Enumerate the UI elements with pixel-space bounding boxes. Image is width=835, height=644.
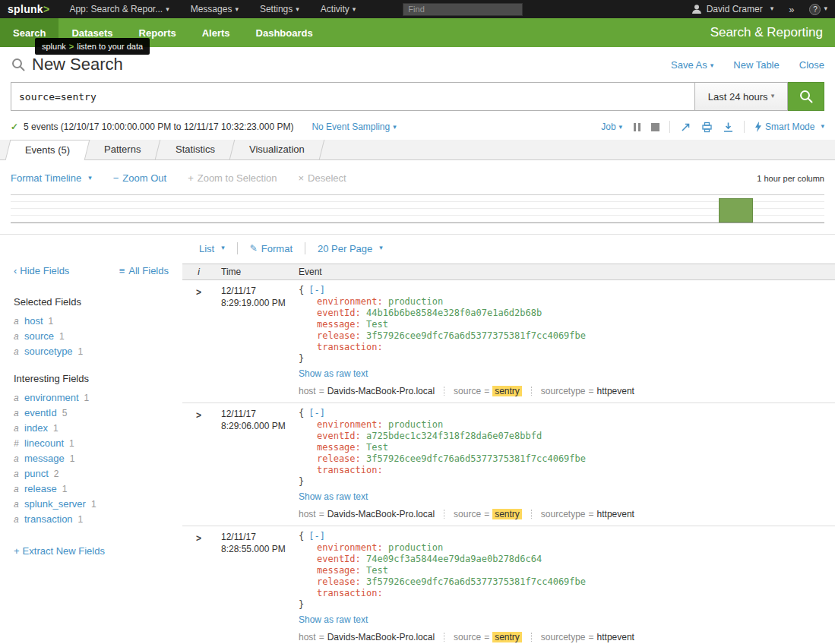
collapse-json-toggle[interactable]: [-] [308,408,325,418]
show-raw-text-link[interactable]: Show as raw text [299,614,368,625]
field-link[interactable]: splunk_server [24,497,86,512]
per-page-dropdown[interactable]: 20 Per Page▾ [305,243,395,254]
json-value-release[interactable]: 3f57926cee9dfc76a6d5377375381f7cc4069fbe [366,453,586,464]
chevron-double-icon[interactable]: » [789,4,794,15]
field-count: 1 [49,314,54,329]
print-button[interactable] [701,122,713,133]
field-count: 5 [62,406,68,421]
field-link[interactable]: host [24,314,43,329]
timeline-bar[interactable] [719,198,753,223]
divider [531,633,532,642]
json-value-message[interactable]: Test [366,319,388,330]
meta-sourcetype-value[interactable]: httpevent [597,509,634,519]
meta-host-value[interactable]: Davids-MacBook-Pro.local [327,632,435,642]
collapse-json-toggle[interactable]: [-] [308,285,325,295]
events-table: i Time Event > 12/11/17 8:29:19.000 PM [182,264,835,644]
nav-item[interactable]: Dashboards [243,18,326,47]
field-link[interactable]: punct [24,466,49,481]
hide-fields-button[interactable]: ‹Hide Fields [14,265,69,276]
save-as-dropdown[interactable]: Save As▾ [671,59,713,71]
field-link[interactable]: sourcetype [24,344,73,359]
json-value-environment[interactable]: production [388,419,443,430]
stop-button[interactable] [651,123,659,131]
field-count: 1 [62,481,68,497]
tab[interactable]: Patterns [85,140,161,159]
pause-button[interactable] [632,123,641,131]
json-value-release[interactable]: 3f57926cee9dfc76a6d5377375381f7cc4069fbe [366,330,586,341]
field-item: a index 1 [14,421,169,436]
json-value-release[interactable]: 3f57926cee9dfc76a6d5377375381f7cc4069fbe [366,576,586,587]
user-icon [691,4,702,14]
json-value-message[interactable]: Test [366,442,388,453]
json-value-eventid[interactable]: a725bdec1c324f318f28da6e07e8bbfd [366,431,542,441]
meta-host-value[interactable]: Davids-MacBook-Pro.local [327,509,435,519]
field-link[interactable]: transaction [24,512,73,527]
new-table-button[interactable]: New Table [733,59,779,71]
json-value-message[interactable]: Test [366,565,388,576]
fields-sidebar: ‹Hide Fields ≡All Fields Selected Fields… [0,264,182,644]
check-icon: ✓ [11,122,18,132]
meta-host-label: host [299,386,316,396]
settings-menu[interactable]: Settings▾ [260,4,299,14]
share-button[interactable] [680,122,691,133]
splunk-logo[interactable]: splunk> [8,3,49,15]
meta-source-value[interactable]: sentry [492,386,522,396]
meta-source-value[interactable]: sentry [492,632,522,642]
field-link[interactable]: environment [24,390,79,406]
field-link[interactable]: release [24,481,57,497]
event-date: 12/11/17 [221,408,293,420]
chevron-down-icon: ▾ [166,5,169,13]
expand-row-chevron[interactable]: > [196,410,201,421]
collapse-json-toggle[interactable]: [-] [308,531,325,541]
zoom-to-selection-button[interactable]: +Zoom to Selection [188,172,277,184]
format-timeline-dropdown[interactable]: Format Timeline▾ [11,172,92,184]
field-link[interactable]: source [24,329,54,344]
messages-menu[interactable]: Messages▾ [191,4,239,14]
find-input[interactable] [403,3,523,16]
json-value-eventid[interactable]: 44b16b6be8584e328f0a07e1a6d2b68b [366,308,542,318]
field-type-icon: a [14,329,24,344]
nav-item[interactable]: Alerts [189,18,243,47]
field-type-icon: a [14,406,24,421]
field-item: # linecount 1 [14,436,169,451]
meta-sourcetype-value[interactable]: httpevent [597,632,634,642]
json-value-eventid[interactable]: 74e09cf3a5844ee79da9ae0b278d6c64 [366,554,542,564]
tab[interactable]: Visualization [229,140,324,159]
show-raw-text-link[interactable]: Show as raw text [299,491,368,502]
meta-host-value[interactable]: Davids-MacBook-Pro.local [327,386,435,396]
expand-row-chevron[interactable]: > [196,533,201,544]
deselect-button[interactable]: ×Deselect [299,172,346,184]
timeline-chart[interactable] [11,194,824,223]
help-menu[interactable]: ? ▾ [809,4,827,15]
activity-menu[interactable]: Activity▾ [321,4,356,14]
tab[interactable]: Statistics [156,140,234,159]
all-fields-button[interactable]: ≡All Fields [119,265,169,276]
extract-new-fields-button[interactable]: +Extract New Fields [14,545,105,557]
app-menu[interactable]: App: Search & Repor...▾ [69,4,169,14]
field-link[interactable]: message [24,451,65,466]
tab[interactable]: Events (5) [5,140,90,160]
field-link[interactable]: index [24,421,48,436]
search-query-input[interactable] [11,82,695,111]
close-button[interactable]: Close [799,59,824,71]
list-view-dropdown[interactable]: List▾ [199,243,237,254]
time-range-picker[interactable]: Last 24 hours ▾ [695,82,788,111]
json-value-environment[interactable]: production [388,542,443,553]
zoom-out-button[interactable]: −Zoom Out [113,172,166,184]
json-value-environment[interactable]: production [388,296,443,307]
search-mode-dropdown[interactable]: Smart Mode ▾ [754,122,824,132]
app-title: Search & Reporting [710,25,835,40]
event-sampling-dropdown[interactable]: No Event Sampling▾ [312,122,396,132]
field-type-icon: a [14,512,24,527]
user-menu[interactable]: David Cramer ▾ [691,4,774,14]
field-link[interactable]: eventId [24,406,57,421]
expand-row-chevron[interactable]: > [196,287,201,298]
show-raw-text-link[interactable]: Show as raw text [299,368,368,379]
format-button[interactable]: ✎Format [238,243,305,254]
field-link[interactable]: linecount [24,436,64,451]
meta-source-value[interactable]: sentry [492,509,522,519]
meta-sourcetype-value[interactable]: httpevent [597,386,634,396]
job-menu[interactable]: Job▾ [601,122,622,132]
search-button[interactable] [788,82,824,111]
export-button[interactable] [723,122,734,133]
